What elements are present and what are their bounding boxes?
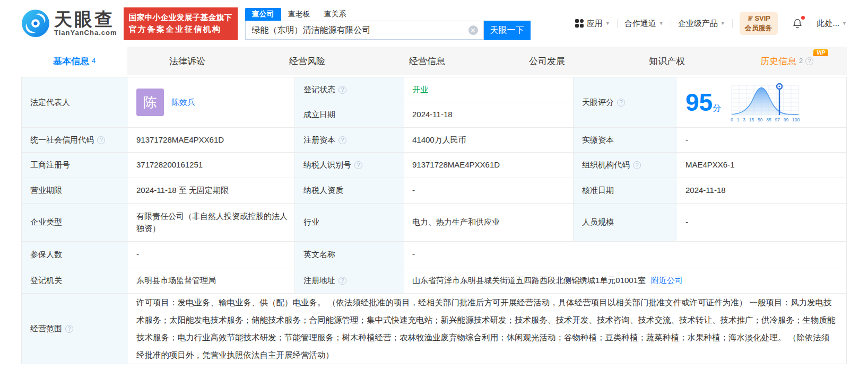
avatar[interactable]: 陈 bbox=[136, 89, 164, 116]
top-nav: 应用 ▼ 合作通道 ▼ 企业级产品 ▼ ♛ SVIP 会员服务 此处... bbox=[575, 12, 847, 34]
divider bbox=[671, 19, 671, 28]
divider bbox=[732, 19, 733, 28]
registered-capital-value: 41400万人民币 bbox=[404, 128, 574, 153]
field-label-legal-representative: 法定代表人 bbox=[22, 77, 128, 128]
field-label-approval-date: 核准日期 bbox=[574, 178, 677, 204]
certification-badge: 国家中小企业发展子基金旗下 官方备案企业征信机构 bbox=[124, 7, 238, 40]
search-button[interactable]: 天眼一下 bbox=[484, 21, 531, 40]
taxpayer-quality-value: - bbox=[404, 178, 574, 204]
tianyan-score-cell: 95分 bbox=[677, 77, 846, 128]
vip-tag: VIP bbox=[813, 49, 828, 56]
divider bbox=[617, 19, 618, 28]
notification-dot bbox=[801, 16, 805, 20]
chevron-down-icon: ▼ bbox=[605, 21, 610, 26]
field-label-staff-size: 人员规模 bbox=[574, 204, 677, 242]
score-axis-labels: 01 315 5085 9799 100 bbox=[731, 117, 800, 124]
registration-authority-value: 东明县市场监督管理局 bbox=[128, 268, 295, 294]
apps-grid-icon bbox=[575, 19, 584, 28]
field-label-industry: 行业 bbox=[295, 204, 404, 242]
search-tab-relation[interactable]: 查关系 bbox=[317, 8, 353, 21]
tab-company-development[interactable]: 公司发展 bbox=[487, 47, 607, 75]
chevron-down-icon: ▼ bbox=[842, 21, 847, 26]
field-label-registered-address: 注册地址 ? bbox=[295, 268, 404, 294]
help-icon[interactable]: ? bbox=[338, 86, 346, 94]
search-tabs: 查公司 查老板 查关系 bbox=[245, 7, 531, 21]
score-distribution-chart: 01 315 5085 9799 100 bbox=[731, 81, 800, 124]
field-label-registration-number: 工商注册号 bbox=[22, 153, 128, 178]
registration-status-value: 开业 bbox=[404, 77, 574, 102]
section-tabbar: 基本信息 4 法律诉讼 经营风险 经营信息 公司发展 知识产权 VIP 历史信息… bbox=[21, 47, 847, 75]
legal-representative-cell: 陈 陈效兵 bbox=[128, 77, 295, 128]
help-icon[interactable]: ? bbox=[633, 161, 641, 169]
tianyancha-logo-icon bbox=[21, 9, 50, 38]
help-icon[interactable]: ? bbox=[617, 99, 625, 107]
field-label-english-name: 英文名称 bbox=[295, 242, 404, 268]
field-label-organization-code: 组织机构代码 ? bbox=[574, 153, 677, 178]
clear-search-icon[interactable]: ✕ bbox=[468, 25, 478, 35]
divider bbox=[810, 19, 810, 28]
tab-basic-info[interactable]: 基本信息 4 bbox=[21, 47, 127, 75]
nav-apps[interactable]: 应用 ▼ bbox=[575, 19, 610, 29]
help-icon[interactable]: ? bbox=[354, 161, 362, 169]
site-header: 天眼查 TianYanCha.com 国家中小企业发展子基金旗下 官方备案企业征… bbox=[0, 0, 868, 47]
crown-icon: ♛ bbox=[747, 14, 753, 22]
help-icon[interactable]: ? bbox=[65, 325, 73, 333]
industry-value: 电力、热力生产和供应业 bbox=[404, 204, 574, 242]
tab-operational-risk[interactable]: 经营风险 bbox=[247, 47, 367, 75]
certification-line1: 国家中小企业发展子基金旗下 bbox=[129, 12, 232, 24]
tab-intellectual-property[interactable]: 知识产权 bbox=[607, 47, 727, 75]
search-tab-company[interactable]: 查公司 bbox=[245, 8, 281, 21]
business-scope-value: 许可项目：发电业务、输电业务、供（配）电业务。 （依法须经批准的项目，经相关部门… bbox=[128, 294, 846, 364]
field-label-company-type: 企业类型 bbox=[22, 204, 128, 242]
tab-legal-proceedings[interactable]: 法律诉讼 bbox=[127, 47, 247, 75]
brand-name: 天眼查 bbox=[54, 10, 117, 29]
nav-user-menu[interactable]: 此处... ▼ bbox=[817, 19, 847, 29]
approval-date-value: 2024-11-18 bbox=[677, 178, 846, 204]
search-input[interactable] bbox=[246, 25, 468, 35]
establish-date-value: 2024-11-18 bbox=[404, 102, 574, 128]
tab-count: 2 bbox=[799, 57, 803, 65]
search-area: 查公司 查老板 查关系 ✕ 天眼一下 bbox=[245, 7, 531, 40]
search-box: ✕ bbox=[245, 21, 484, 40]
field-label-registration-authority: 登记机关 bbox=[22, 268, 128, 294]
help-icon[interactable]: ? bbox=[338, 277, 346, 285]
business-term-value: 2024-11-18 至 无固定期限 bbox=[128, 178, 295, 204]
company-type-value: 有限责任公司（非自然人投资或控股的法人独资） bbox=[128, 204, 295, 242]
help-icon[interactable]: ? bbox=[805, 57, 813, 65]
nav-enterprise-products[interactable]: 企业级产品 ▼ bbox=[678, 19, 725, 29]
nearby-companies-link[interactable]: 附近公司 bbox=[651, 275, 683, 287]
brand-domain: TianYanCha.com bbox=[54, 29, 117, 37]
help-icon[interactable]: ? bbox=[338, 136, 346, 144]
field-label-tianyan-score: 天眼评分 ? bbox=[574, 77, 677, 128]
certification-line2: 官方备案企业征信机构 bbox=[129, 23, 232, 36]
notification-bell-icon[interactable] bbox=[792, 17, 803, 29]
field-label-registration-status: 登记状态 ? bbox=[295, 77, 404, 102]
help-icon[interactable]: ? bbox=[97, 136, 105, 144]
divider bbox=[785, 19, 785, 28]
tab-history-info[interactable]: VIP 历史信息 2 ? bbox=[727, 47, 847, 75]
taxpayer-id-value: 91371728MAE4PXX61D bbox=[404, 153, 574, 178]
score-value: 95 bbox=[685, 89, 713, 116]
paid-in-capital-value: - bbox=[677, 128, 846, 153]
tianyancha-logo[interactable]: 天眼查 TianYanCha.com bbox=[21, 9, 117, 38]
tab-count: 4 bbox=[92, 57, 96, 65]
svip-member-service-button[interactable]: ♛ SVIP 会员服务 bbox=[740, 12, 778, 34]
credit-code-value: 91371728MAE4PXX61D bbox=[128, 128, 295, 153]
chevron-down-icon: ▼ bbox=[721, 21, 725, 26]
legal-representative-link[interactable]: 陈效兵 bbox=[171, 96, 195, 109]
registration-number-value: 371728200161251 bbox=[128, 153, 295, 178]
organization-code-value: MAE4PXX6-1 bbox=[677, 153, 846, 178]
nav-partner-channel[interactable]: 合作通道 ▼ bbox=[624, 19, 664, 29]
field-label-credit-code: 统一社会信用代码 ? bbox=[22, 128, 128, 153]
chevron-down-icon: ▼ bbox=[659, 21, 664, 26]
field-label-taxpayer-quality: 纳税人资质 bbox=[295, 178, 404, 204]
search-tab-boss[interactable]: 查老板 bbox=[281, 8, 317, 21]
staff-size-value: - bbox=[677, 204, 846, 242]
field-label-business-scope: 经营范围 ? bbox=[22, 294, 128, 364]
field-label-business-term: 营业期限 bbox=[22, 178, 128, 204]
insured-count-value: - bbox=[128, 242, 295, 268]
tab-business-info[interactable]: 经营信息 bbox=[367, 47, 487, 75]
registered-address-cell: 山东省菏泽市东明县城关街道五四路西段北侧锦绣城1单元01001室 附近公司 bbox=[404, 268, 846, 294]
company-basic-info-table: 法定代表人 陈 陈效兵 登记状态 ? 开业 天眼评分 ? 95分 bbox=[21, 77, 847, 364]
field-label-taxpayer-id: 纳税人识别号 ? bbox=[295, 153, 404, 178]
